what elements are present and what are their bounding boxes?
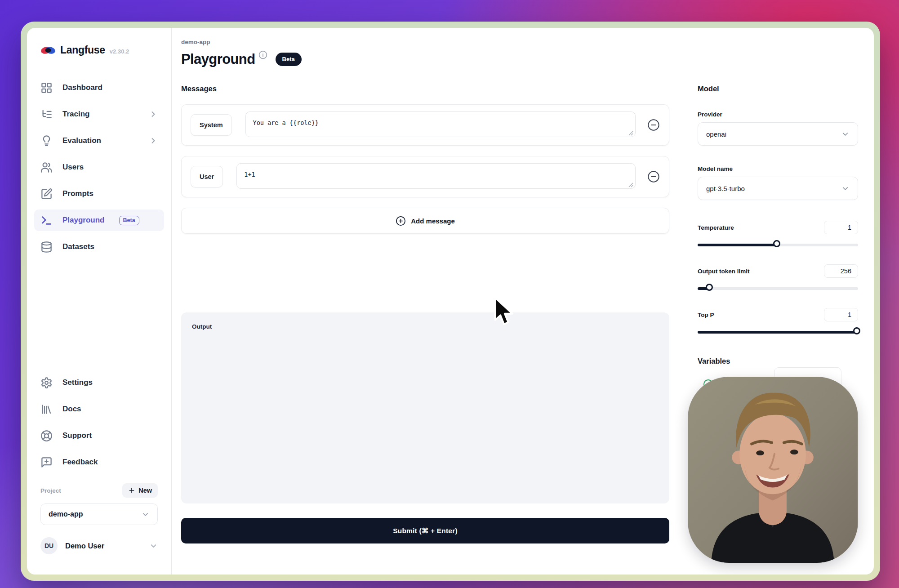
temperature-input[interactable]: 1 [824, 221, 858, 234]
sidebar-item-tracing[interactable]: Tracing [40, 103, 158, 125]
slider-thumb[interactable] [853, 327, 860, 334]
temperature-label: Temperature [698, 224, 734, 231]
users-icon [40, 161, 53, 174]
sidebar-item-evaluation[interactable]: Evaluation [40, 130, 158, 151]
top-p-slider[interactable] [698, 327, 858, 337]
sidebar-item-support[interactable]: Support [40, 425, 158, 446]
sidebar-item-dashboard[interactable]: Dashboard [40, 77, 158, 98]
chevron-right-icon [149, 136, 158, 145]
lightbulb-icon [40, 135, 53, 147]
tracing-tree-icon [40, 108, 53, 120]
slider-thumb[interactable] [706, 284, 713, 291]
system-message-input[interactable]: You are a {{role}} [245, 111, 636, 137]
message-row-system: System You are a {{role}} [181, 104, 669, 146]
submit-button[interactable]: Submit (⌘ + Enter) [181, 518, 669, 543]
sidebar-item-label: Docs [62, 405, 81, 414]
page-title: Playground [181, 51, 255, 67]
project-select[interactable]: demo-app [40, 503, 158, 525]
minus-circle-icon [647, 119, 660, 131]
model-panel: Model Provider openai Model name gpt-3.5… [698, 85, 858, 365]
sidebar-item-label: Tracing [62, 110, 89, 119]
chevron-down-icon [141, 510, 150, 519]
webcam-video [688, 377, 858, 563]
top-p-label: Top P [698, 312, 714, 318]
sidebar-item-label: Feedback [62, 458, 98, 467]
sidebar-item-users[interactable]: Users [40, 156, 158, 178]
role-button-system[interactable]: System [191, 114, 232, 136]
langfuse-logo-icon [40, 45, 56, 56]
lifebuoy-icon [40, 430, 53, 442]
top-p-input[interactable]: 1 [824, 308, 858, 321]
add-message-button[interactable]: Add message [181, 208, 669, 234]
sidebar-item-label: Dashboard [62, 83, 102, 92]
sidebar-item-datasets[interactable]: Datasets [40, 236, 158, 258]
chevron-right-icon [149, 110, 158, 119]
output-token-limit-label: Output token limit [698, 268, 750, 275]
gear-icon [40, 377, 53, 389]
model-name-select[interactable]: gpt-3.5-turbo [698, 177, 858, 200]
info-icon[interactable] [258, 50, 267, 59]
project-label: Project [40, 487, 61, 494]
output-panel: Output [181, 312, 669, 503]
resize-grip-icon[interactable] [628, 183, 633, 187]
add-message-label: Add message [411, 217, 455, 225]
user-menu[interactable]: DU Demo User [40, 537, 158, 554]
user-message-input[interactable]: 1+1 [236, 163, 636, 189]
chevron-down-icon [841, 130, 850, 138]
sidebar-item-label: Support [62, 431, 92, 440]
temperature-slider[interactable] [698, 240, 858, 250]
role-button-user[interactable]: User [191, 166, 223, 187]
message-row-user: User 1+1 [181, 156, 669, 197]
langfuse-app: Langfuse v2.30.2 Dashboard Tracing [27, 28, 874, 575]
plus-circle-icon [396, 216, 406, 226]
message-plus-icon [40, 456, 53, 468]
chevron-down-icon [149, 542, 158, 550]
sidebar-item-prompts[interactable]: Prompts [40, 183, 158, 205]
remove-message-button[interactable] [647, 170, 660, 183]
library-icon [40, 403, 53, 415]
sidebar-item-settings[interactable]: Settings [40, 372, 158, 393]
provider-select[interactable]: openai [698, 122, 858, 146]
prompts-edit-icon [40, 188, 53, 200]
avatar: DU [40, 537, 58, 554]
beta-badge: Beta [119, 216, 139, 225]
browser-window-frame: Langfuse v2.30.2 Dashboard Tracing [21, 22, 880, 581]
output-token-limit-input[interactable]: 256 [824, 264, 858, 278]
mouse-cursor [494, 297, 515, 326]
sidebar-nav: Dashboard Tracing Evaluation [40, 77, 158, 258]
minus-circle-icon [647, 170, 660, 183]
terminal-icon [40, 214, 53, 227]
sidebar-item-label: Datasets [62, 242, 94, 251]
sidebar-bottom: Settings Docs Support [40, 372, 158, 554]
resize-grip-icon[interactable] [628, 131, 633, 136]
database-icon [40, 241, 53, 253]
sidebar-item-label: Users [62, 163, 84, 172]
model-name-label: Model name [698, 165, 858, 172]
sidebar-item-label: Prompts [62, 189, 93, 198]
messages-heading: Messages [181, 85, 217, 93]
main-content: demo-app Playground Beta Messages System… [172, 28, 874, 575]
sidebar: Langfuse v2.30.2 Dashboard Tracing [27, 28, 172, 575]
output-token-limit-slider[interactable] [698, 284, 858, 294]
plus-icon [128, 487, 135, 494]
provider-select-value: openai [706, 130, 726, 138]
brand-version: v2.30.2 [110, 48, 129, 55]
dashboard-grid-icon [40, 82, 53, 94]
sidebar-item-label: Settings [62, 378, 93, 387]
slider-thumb[interactable] [773, 240, 780, 247]
remove-message-button[interactable] [647, 119, 660, 131]
output-label: Output [192, 323, 212, 330]
project-select-value: demo-app [49, 510, 83, 518]
user-name: Demo User [65, 542, 104, 550]
brand[interactable]: Langfuse v2.30.2 [40, 44, 158, 56]
sidebar-item-playground[interactable]: Playground Beta [34, 209, 164, 231]
webcam-overlay [688, 377, 858, 563]
sidebar-item-docs[interactable]: Docs [40, 398, 158, 420]
model-heading: Model [698, 85, 858, 93]
messages-list: System You are a {{role}} User 1+1 [181, 104, 669, 234]
chevron-down-icon [841, 184, 850, 193]
breadcrumb[interactable]: demo-app [181, 39, 210, 45]
sidebar-item-label: Evaluation [62, 136, 101, 145]
new-project-button[interactable]: New [122, 483, 158, 498]
sidebar-item-feedback[interactable]: Feedback [40, 451, 158, 473]
